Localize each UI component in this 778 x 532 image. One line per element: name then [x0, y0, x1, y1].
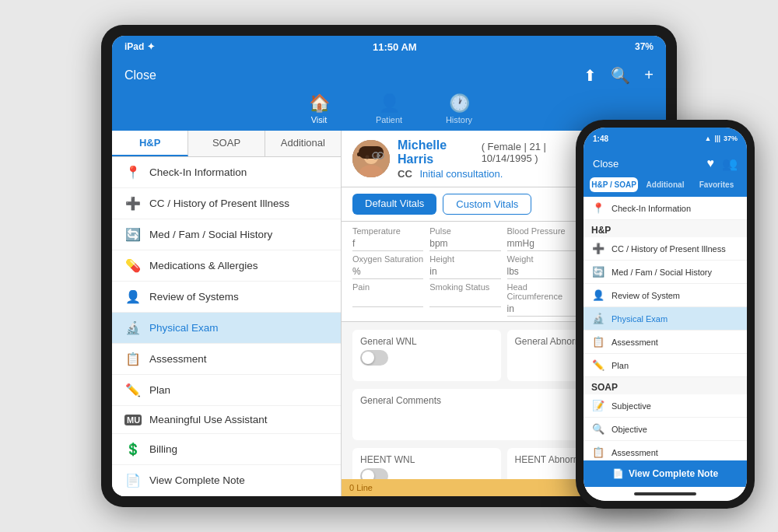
add-icon[interactable]: + — [644, 66, 654, 85]
sidebar-item-cc-history[interactable]: ➕ CC / History of Present Illness — [112, 188, 341, 219]
phone-item-subjective[interactable]: 📝 Subjective — [584, 394, 747, 418]
tab-visit[interactable]: 🏠 Visit — [296, 93, 342, 124]
sidebar-item-plan[interactable]: ✏️ Plan — [112, 375, 341, 406]
sidebar-item-med-fam-label: Med / Fam / Social History — [149, 229, 272, 240]
patient-cc-row: CC Initial consultation. — [398, 168, 592, 180]
sidebar-item-physical-exam[interactable]: 🔬 Physical Exam — [112, 313, 341, 344]
phone-tab-additional[interactable]: Additional — [641, 177, 689, 192]
phone-nav-list: 📍 Check-In Information H&P ➕ CC / Histor… — [584, 197, 747, 460]
plan-icon: ✏️ — [124, 383, 142, 397]
share-icon[interactable]: ⬆ — [584, 66, 597, 85]
sidebar-tab-hp[interactable]: H&P — [112, 131, 188, 156]
close-button[interactable]: Close — [124, 68, 156, 82]
phone-item-physical-exam[interactable]: 🔬 Physical Exam — [584, 307, 747, 331]
vital-height-input[interactable] — [429, 264, 500, 279]
phone-nav-bar: Close ♥ 👥 — [584, 149, 747, 177]
sidebar-item-assessment-label: Assessment — [149, 353, 207, 365]
tab-history[interactable]: 🕐 History — [436, 93, 482, 124]
vital-weight: Weight — [507, 254, 578, 279]
vital-pulse-input[interactable] — [429, 236, 500, 251]
heent-wnl-toggle[interactable] — [360, 468, 388, 479]
general-wnl-toggle[interactable] — [360, 350, 388, 366]
view-note-icon: 📄 — [124, 473, 142, 488]
phone-item-med-fam[interactable]: 🔄 Med / Fam / Social History — [584, 261, 747, 284]
sidebar-item-assessment[interactable]: 📋 Assessment — [112, 344, 341, 375]
tab-patient[interactable]: 👤 Patient — [366, 93, 412, 124]
svg-rect-4 — [357, 152, 363, 156]
sidebar-item-meaningful-use[interactable]: MU Meaningful Use Assistant — [112, 406, 341, 434]
phone-subjective-label: Subjective — [612, 401, 651, 411]
history-icon: 🕐 — [449, 93, 470, 114]
visit-icon: 🏠 — [309, 93, 330, 114]
phone-view-complete-note-button[interactable]: 📄 View Complete Note — [584, 460, 747, 487]
phone-item-assessment-hp[interactable]: 📋 Assessment — [584, 331, 747, 354]
ipad-sidebar: H&P SOAP Additional 📍 Check-In Informati… — [112, 131, 342, 496]
sidebar-item-review-systems[interactable]: 👤 Review of Systems — [112, 282, 341, 313]
vitals-tab-custom[interactable]: Custom Vitals — [443, 194, 531, 215]
phone-heart-icon[interactable]: ♥ — [707, 156, 715, 171]
vital-pulse: Pulse — [429, 226, 500, 251]
sidebar-item-medications[interactable]: 💊 Medications & Allergies — [112, 250, 341, 282]
phone-item-plan-hp[interactable]: ✏️ Plan — [584, 354, 747, 377]
phone-nav-icons: ♥ 👥 — [707, 156, 738, 171]
check-in-icon: 📍 — [124, 165, 142, 180]
ipad-tab-bar: 🏠 Visit 👤 Patient 🕐 History — [112, 93, 666, 131]
sidebar-tabs: H&P SOAP Additional — [112, 131, 341, 157]
sidebar-item-view-note-label: View Complete Note — [149, 474, 245, 486]
med-fam-icon: 🔄 — [124, 227, 142, 242]
phone-section-hp: H&P — [584, 220, 747, 237]
phone-time: 1:48 — [593, 135, 608, 143]
vital-o2-input[interactable] — [352, 264, 423, 279]
phone-plan-icon: ✏️ — [591, 359, 605, 371]
phone-item-review-system[interactable]: 👤 Review of System — [584, 284, 747, 307]
vital-smoking-input[interactable] — [429, 292, 500, 307]
sidebar-item-check-in[interactable]: 📍 Check-In Information — [112, 157, 341, 188]
vital-temperature: Temperature — [352, 226, 423, 251]
physical-exam-icon: 🔬 — [124, 320, 142, 335]
sidebar-item-med-fam[interactable]: 🔄 Med / Fam / Social History — [112, 219, 341, 250]
search-icon[interactable]: 🔍 — [611, 66, 630, 85]
vital-head-circ: Head Circumference — [507, 282, 578, 317]
phone-plan-hp-label: Plan — [612, 361, 629, 370]
sidebar-tab-soap[interactable]: SOAP — [188, 131, 265, 156]
cc-value[interactable]: Initial consultation. — [419, 168, 503, 180]
vital-pain-label: Pain — [352, 282, 423, 292]
phone-item-cc-history[interactable]: ➕ CC / History of Present Illness — [584, 237, 747, 261]
sidebar-tab-additional[interactable]: Additional — [265, 131, 341, 156]
vital-head-circ-input[interactable] — [507, 302, 578, 317]
assessment-icon: 📋 — [124, 352, 142, 366]
phone-user-icon[interactable]: 👥 — [722, 156, 738, 171]
vital-temperature-input[interactable] — [352, 236, 423, 251]
vital-head-circ-label: Head Circumference — [507, 282, 578, 301]
vital-smoking-label: Smoking Status — [429, 282, 500, 292]
cc-label: CC — [398, 168, 412, 180]
general-wnl-label: General WNL — [360, 336, 493, 347]
phone-item-assessment-soap[interactable]: 📋 Assessment — [584, 441, 747, 460]
vital-height-label: Height — [429, 254, 500, 264]
ipad-status-battery: 37% — [635, 41, 654, 52]
wifi-icon: ▲ — [705, 135, 712, 142]
vital-bp-label: Blood Pressure — [507, 226, 578, 236]
vital-o2: Oxygen Saturation — [352, 254, 423, 279]
sidebar-item-view-note[interactable]: 📄 View Complete Note — [112, 465, 341, 496]
progress-value: 0 — [349, 483, 354, 492]
phone-home-indicator — [584, 487, 747, 501]
phone-tab-hp-soap[interactable]: H&P / SOAP — [590, 177, 638, 192]
sidebar-item-billing[interactable]: 💲 Billing — [112, 434, 341, 465]
phone-close-button[interactable]: Close — [593, 158, 619, 170]
nav-icons: ⬆ 🔍 + — [584, 66, 654, 85]
sidebar-item-meaningful-use-label: Meaningful Use Assistant — [149, 414, 268, 425]
vital-bp-input[interactable] — [507, 236, 578, 251]
vital-weight-input[interactable] — [507, 264, 578, 279]
tab-visit-label: Visit — [311, 115, 328, 124]
phone-item-objective[interactable]: 🔍 Objective — [584, 418, 747, 441]
phone-physical-exam-label: Physical Exam — [612, 314, 668, 324]
cc-history-icon: ➕ — [124, 196, 142, 211]
ipad-status-time: 11:50 AM — [373, 41, 417, 53]
patient-name: Michelle Harris — [398, 138, 477, 166]
phone-item-check-in[interactable]: 📍 Check-In Information — [584, 197, 747, 220]
vital-pain-input[interactable] — [352, 292, 423, 307]
vitals-tab-default[interactable]: Default Vitals — [352, 194, 436, 215]
phone-tab-favorites[interactable]: Favorites — [692, 177, 741, 192]
phone-assessment-soap-icon: 📋 — [591, 446, 605, 458]
